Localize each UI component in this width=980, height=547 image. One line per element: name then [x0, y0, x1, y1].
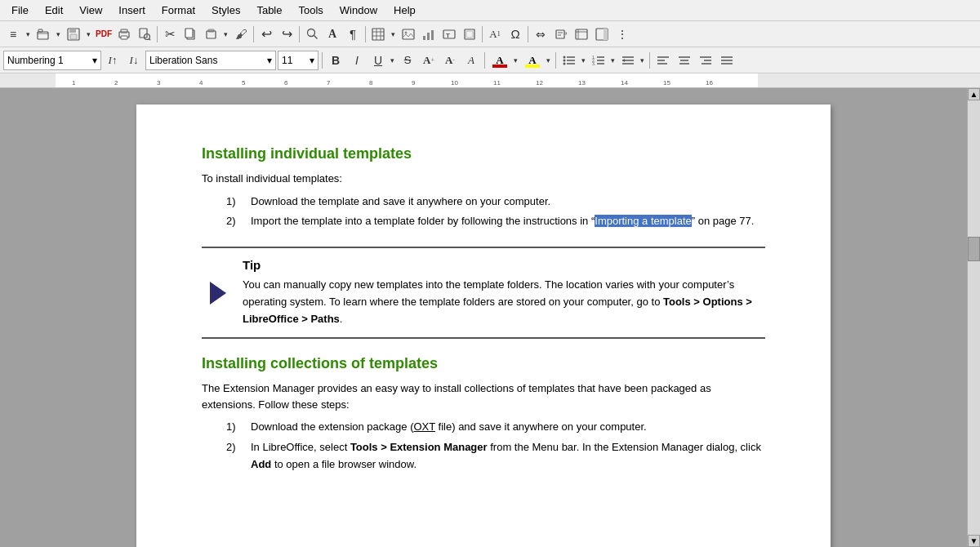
find-button[interactable] — [302, 24, 322, 44]
pilcrow-button[interactable]: ¶ — [343, 24, 363, 44]
ruler-tick: 12 — [536, 79, 543, 87]
insert-image-button[interactable] — [399, 24, 418, 44]
extra-button[interactable]: ⋮ — [612, 24, 632, 44]
sep3 — [299, 26, 300, 42]
print-preview-button[interactable] — [135, 24, 154, 44]
save-button[interactable] — [64, 24, 83, 44]
list-unordered-dropdown[interactable]: ▾ — [579, 51, 587, 70]
underline-button[interactable]: U — [368, 51, 388, 70]
subscript-button[interactable]: A- — [440, 51, 460, 70]
font-size-value: 11 — [282, 55, 292, 66]
scroll-down-button[interactable]: ▼ — [968, 535, 980, 547]
footnote-button[interactable]: A1 — [485, 24, 505, 44]
list-item-text2: Import the template into a template fold… — [251, 213, 754, 230]
open-dropdown[interactable]: ▾ — [53, 24, 63, 44]
decrease-style-button[interactable]: I↓ — [124, 51, 144, 70]
list-unordered-button[interactable] — [559, 51, 579, 70]
font-size-selector[interactable]: 11 ▾ — [278, 51, 318, 70]
export-pdf-button[interactable]: PDF — [94, 24, 114, 44]
new-dropdown[interactable]: ▾ — [23, 24, 33, 44]
svg-line-16 — [314, 36, 317, 39]
list-num: 2) — [226, 439, 239, 474]
align-center-button[interactable] — [675, 51, 694, 70]
svg-text:3.: 3. — [592, 61, 595, 66]
strikethrough-button[interactable]: S — [398, 51, 417, 70]
insert-text-button[interactable]: A — [323, 24, 342, 44]
svg-point-15 — [307, 29, 314, 37]
menu-format[interactable]: Format — [155, 2, 202, 18]
superscript-button[interactable]: A+ — [419, 51, 439, 70]
svg-rect-22 — [403, 29, 414, 39]
bold-button[interactable]: B — [326, 51, 345, 70]
hyperlink-button[interactable]: ⇔ — [531, 24, 550, 44]
table-button[interactable] — [368, 24, 388, 44]
redo-button[interactable]: ↪ — [277, 24, 296, 44]
cut-button[interactable]: ✂ — [160, 24, 180, 44]
copy-button[interactable] — [180, 24, 200, 44]
sep6 — [528, 26, 528, 42]
align-right-button[interactable] — [696, 51, 715, 70]
menu-help[interactable]: Help — [387, 2, 422, 18]
menu-insert[interactable]: Insert — [112, 2, 152, 18]
clone-format-button[interactable]: 🖌 — [231, 24, 251, 44]
font-selector[interactable]: Liberation Sans ▾ — [145, 51, 276, 70]
menu-file[interactable]: File — [5, 2, 35, 18]
list-num: 2) — [226, 213, 239, 230]
scroll-up-button[interactable]: ▲ — [968, 88, 980, 100]
paste-dropdown[interactable]: ▾ — [220, 24, 230, 44]
menu-window[interactable]: Window — [333, 2, 384, 18]
shadow-text-button[interactable]: A — [461, 51, 481, 70]
increase-style-button[interactable]: I↑ — [103, 51, 122, 70]
add-bold: Add — [251, 458, 271, 470]
indent-dropdown[interactable]: ▾ — [638, 51, 646, 70]
style-arrow-icon: ▾ — [92, 55, 97, 66]
section1-heading: Installing individual templates — [202, 145, 765, 162]
menu-styles[interactable]: Styles — [205, 2, 247, 18]
italic-button[interactable]: I — [347, 51, 367, 70]
sidebar-button[interactable] — [592, 24, 612, 44]
menu-tools[interactable]: Tools — [292, 2, 329, 18]
paragraph-style-selector[interactable]: Numbering 1 ▾ — [3, 51, 101, 70]
decrease-indent-button[interactable] — [618, 51, 638, 70]
svg-rect-3 — [69, 29, 76, 33]
svg-rect-12 — [185, 29, 193, 38]
tip-arrow-icon — [210, 282, 226, 305]
frame-button[interactable] — [460, 24, 479, 44]
open-button[interactable] — [33, 24, 53, 44]
right-scrollbar[interactable]: ▲ ▼ — [967, 88, 980, 547]
new-doc-button[interactable]: ≡ — [3, 24, 23, 44]
cross-ref-button[interactable] — [551, 24, 571, 44]
menu-view[interactable]: View — [73, 2, 109, 18]
print-button[interactable] — [114, 24, 134, 44]
navigator-button[interactable] — [572, 24, 591, 44]
tip-title: Tip — [243, 258, 752, 272]
highlight-color-button[interactable]: A — [521, 51, 544, 70]
scroll-thumb[interactable] — [968, 237, 980, 261]
save-dropdown[interactable]: ▾ — [83, 24, 93, 44]
align-left-button[interactable] — [653, 51, 673, 70]
list-item: 2) In LibreOffice, select Tools > Extens… — [226, 439, 765, 474]
size-arrow-icon: ▾ — [310, 55, 314, 66]
oxt-underline: OXT — [413, 420, 435, 433]
special-char-button[interactable]: Ω — [506, 24, 525, 44]
align-justify-button[interactable] — [717, 51, 737, 70]
list-ordered-button[interactable]: 1.2.3. — [589, 51, 608, 70]
menu-table[interactable]: Table — [250, 2, 288, 18]
svg-rect-24 — [423, 36, 425, 40]
chart-button[interactable] — [419, 24, 439, 44]
table-dropdown[interactable]: ▾ — [388, 24, 398, 44]
doc-scroll[interactable]: Installing individual templates To insta… — [0, 88, 967, 547]
document-page[interactable]: Installing individual templates To insta… — [136, 105, 831, 547]
underline-dropdown[interactable]: ▾ — [388, 51, 396, 70]
undo-button[interactable]: ↩ — [256, 24, 276, 44]
menu-edit[interactable]: Edit — [38, 2, 69, 18]
font-color-button[interactable]: A — [488, 51, 511, 70]
highlight-dropdown[interactable]: ▾ — [544, 51, 552, 70]
font-color-dropdown[interactable]: ▾ — [511, 51, 519, 70]
svg-rect-4 — [70, 34, 77, 39]
textbox-button[interactable]: T — [439, 24, 459, 44]
list-ordered-dropdown[interactable]: ▾ — [608, 51, 617, 70]
paste-button[interactable] — [201, 24, 220, 44]
doc-area: Installing individual templates To insta… — [0, 88, 980, 547]
sep2 — [253, 26, 254, 42]
